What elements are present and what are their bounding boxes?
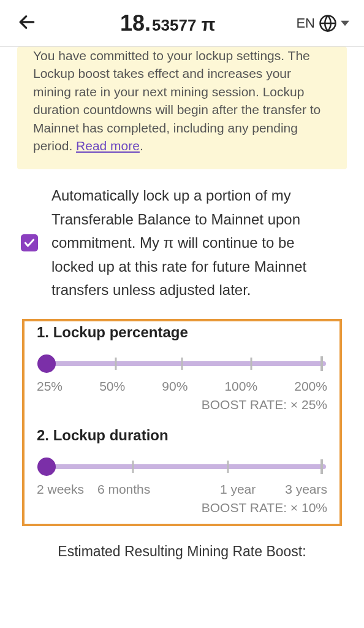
label-1year: 1 year — [181, 482, 295, 497]
label-25: 25% — [37, 379, 63, 394]
slider-tick — [115, 358, 116, 370]
lockup-percentage-title: 1. Lockup percentage — [37, 324, 327, 341]
auto-lockup-checkbox[interactable] — [21, 234, 38, 251]
slider-tick — [320, 356, 323, 371]
auto-lockup-label: Automatically lock up a portion of my Tr… — [51, 184, 337, 302]
back-button[interactable] — [15, 10, 39, 36]
balance-display: 18. 53577 π — [120, 10, 215, 36]
balance-decimal: 53577 — [152, 16, 196, 35]
slider-thumb[interactable] — [37, 458, 56, 476]
label-200: 200% — [294, 379, 327, 394]
slider-tick — [250, 358, 252, 370]
label-3years: 3 years — [285, 482, 327, 497]
duration-boost-rate: BOOST RATE: × 10% — [37, 500, 327, 515]
percentage-labels: 25% 50% 90% 100% 200% — [37, 379, 327, 394]
slider-tick — [227, 461, 229, 473]
lockup-percentage-section: 1. Lockup percentage 25% 50% 90% 100% 20… — [37, 324, 327, 412]
slider-track — [38, 464, 326, 469]
globe-icon — [319, 14, 337, 33]
slider-tick — [181, 358, 183, 370]
slider-tick — [132, 461, 134, 473]
slider-tick — [320, 459, 323, 474]
read-more-link[interactable]: Read more — [76, 139, 140, 153]
label-90: 90% — [162, 379, 188, 394]
estimated-boost-label: Estimated Resulting Mining Rate Boost: — [22, 543, 342, 560]
auto-lockup-option: Automatically lock up a portion of my Tr… — [0, 182, 364, 319]
svg-marker-3 — [341, 20, 349, 25]
label-50: 50% — [99, 379, 125, 394]
lockup-duration-title: 2. Lockup duration — [37, 427, 327, 444]
back-arrow-icon — [17, 12, 37, 32]
lockup-duration-slider[interactable] — [38, 458, 326, 476]
slider-thumb[interactable] — [37, 354, 56, 373]
duration-labels: 2 weeks 6 months 1 year 3 years — [37, 482, 327, 497]
lockup-settings-panel: 1. Lockup percentage 25% 50% 90% 100% 20… — [22, 319, 342, 526]
language-selector[interactable]: EN — [296, 14, 349, 33]
app-header: 18. 53577 π EN — [0, 0, 364, 47]
language-code: EN — [296, 15, 315, 31]
lockup-duration-section: 2. Lockup duration 2 weeks 6 months 1 ye… — [37, 427, 327, 515]
check-icon — [23, 237, 36, 249]
balance-integer: 18. — [120, 10, 151, 36]
label-6months: 6 months — [67, 482, 181, 497]
info-notice: You have committed to your lockup settin… — [17, 47, 347, 169]
chevron-down-icon — [341, 19, 349, 28]
label-100: 100% — [224, 379, 257, 394]
percentage-boost-rate: BOOST RATE: × 25% — [37, 397, 327, 412]
info-text: You have committed to your lockup settin… — [33, 48, 320, 153]
pi-symbol: π — [201, 14, 215, 35]
lockup-percentage-slider[interactable] — [38, 354, 326, 373]
